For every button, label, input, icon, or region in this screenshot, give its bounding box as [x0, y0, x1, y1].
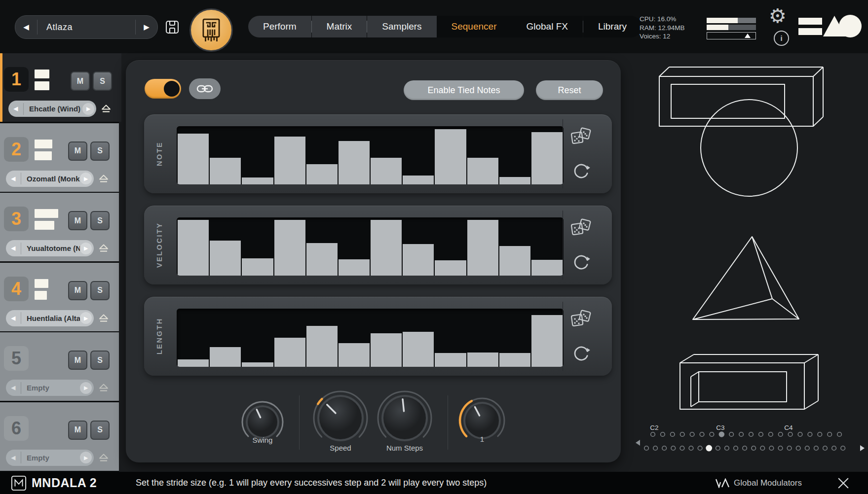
- track-row-5[interactable]: 5MS◀Empty▶: [0, 332, 119, 401]
- step-bar[interactable]: [371, 158, 402, 184]
- dropdown-next-icon[interactable]: ▶: [80, 452, 92, 463]
- sampler-select-dropdown[interactable]: ◀Empty▶: [6, 380, 94, 396]
- knob-speed[interactable]: [311, 389, 370, 449]
- step-bar[interactable]: [242, 258, 273, 276]
- eject-icon[interactable]: [99, 314, 109, 324]
- step-bar[interactable]: [403, 176, 434, 184]
- sampler-select-dropdown[interactable]: ◀Empty▶: [6, 450, 94, 466]
- dropdown-next-icon[interactable]: ▶: [80, 173, 92, 184]
- mute-button[interactable]: M: [68, 141, 87, 161]
- preset-selector[interactable]: ◀ Atlaza ▶: [15, 15, 158, 39]
- info-icon[interactable]: i: [774, 31, 789, 46]
- master-slider[interactable]: [707, 32, 756, 39]
- solo-button[interactable]: S: [93, 71, 112, 91]
- step-bar[interactable]: [306, 326, 338, 367]
- refresh-icon[interactable]: [568, 160, 594, 182]
- step-bar[interactable]: [531, 260, 563, 276]
- length-step-display[interactable]: [177, 309, 564, 367]
- dice-icon[interactable]: [568, 308, 594, 330]
- tab-perform[interactable]: Perform: [248, 16, 311, 37]
- track-row-3[interactable]: 3MS◀Yuualtotome (Nig...▶: [0, 193, 119, 261]
- step-bar[interactable]: [499, 353, 530, 367]
- knob-num-steps[interactable]: [376, 389, 434, 449]
- note-step-display[interactable]: [177, 126, 564, 184]
- step-bar[interactable]: [499, 177, 530, 184]
- solo-button[interactable]: S: [90, 421, 110, 440]
- track-number[interactable]: 3: [4, 207, 29, 231]
- mute-button[interactable]: M: [68, 351, 87, 370]
- eject-icon[interactable]: [99, 454, 109, 464]
- step-bar[interactable]: [306, 164, 338, 184]
- dropdown-prev-icon[interactable]: ◀: [6, 176, 21, 182]
- step-bar[interactable]: [531, 315, 563, 367]
- dice-icon[interactable]: [568, 125, 594, 148]
- step-bar[interactable]: [371, 333, 402, 367]
- tab-matrix[interactable]: Matrix: [312, 16, 367, 37]
- dropdown-next-icon[interactable]: ▶: [80, 382, 92, 394]
- mute-button[interactable]: M: [68, 211, 87, 230]
- mute-button[interactable]: M: [68, 421, 87, 440]
- step-bar[interactable]: [210, 158, 241, 184]
- step-bar[interactable]: [467, 353, 498, 367]
- step-bar[interactable]: [178, 220, 209, 276]
- dropdown-next-icon[interactable]: ▶: [82, 103, 94, 115]
- preset-name[interactable]: Atlaza: [38, 22, 135, 33]
- track-row-4[interactable]: 4MS◀Huentlalia (Altar)▶: [0, 263, 119, 331]
- step-bar[interactable]: [339, 259, 370, 276]
- tiki-mask-logo-button[interactable]: [189, 8, 233, 52]
- crossed-tools-icon[interactable]: [837, 477, 849, 489]
- step-bar[interactable]: [242, 362, 273, 367]
- track-row-2[interactable]: 2MS◀Ozomatl (Monkey)▶: [0, 123, 119, 192]
- step-bar[interactable]: [531, 132, 563, 184]
- step-bar[interactable]: [435, 353, 466, 367]
- track-row-6[interactable]: 6MS◀Empty▶: [0, 402, 119, 471]
- reset-button[interactable]: Reset: [536, 80, 603, 100]
- solo-button[interactable]: S: [90, 141, 110, 161]
- step-bar[interactable]: [178, 359, 209, 367]
- step-bar[interactable]: [371, 220, 402, 276]
- step-bar[interactable]: [339, 141, 370, 185]
- dropdown-prev-icon[interactable]: ◀: [6, 455, 21, 461]
- dropdown-prev-icon[interactable]: ◀: [6, 245, 21, 251]
- step-bar[interactable]: [339, 343, 370, 367]
- step-bar[interactable]: [467, 220, 498, 276]
- tab-library[interactable]: Library: [583, 16, 642, 37]
- preset-prev-icon[interactable]: ◀: [15, 23, 37, 32]
- sampler-select-dropdown[interactable]: ◀Ehcatle (Wind)▶: [8, 101, 96, 117]
- gear-icon[interactable]: ⚙: [769, 6, 787, 26]
- tab-sequencer[interactable]: Sequencer: [437, 16, 512, 37]
- dropdown-next-icon[interactable]: ▶: [80, 312, 92, 324]
- sampler-select-dropdown[interactable]: ◀Huentlalia (Altar)▶: [6, 310, 94, 326]
- mute-button[interactable]: M: [68, 281, 87, 300]
- step-bar[interactable]: [274, 220, 305, 276]
- step-bar[interactable]: [210, 347, 241, 367]
- step-bar[interactable]: [178, 134, 209, 184]
- step-bar[interactable]: [499, 246, 530, 276]
- solo-button[interactable]: S: [90, 351, 110, 370]
- dropdown-prev-icon[interactable]: ◀: [6, 315, 21, 321]
- step-bar[interactable]: [435, 260, 466, 276]
- sampler-select-dropdown[interactable]: ◀Yuualtotome (Nig...▶: [6, 240, 94, 256]
- tab-global-fx[interactable]: Global FX: [511, 16, 582, 37]
- enable-tied-notes-button[interactable]: Enable Tied Notes: [404, 80, 524, 100]
- refresh-icon[interactable]: [568, 251, 594, 274]
- sequencer-power-toggle[interactable]: [145, 79, 181, 99]
- mute-button[interactable]: M: [71, 71, 90, 91]
- step-bar[interactable]: [403, 332, 434, 367]
- step-bar[interactable]: [210, 241, 241, 276]
- step-bar[interactable]: [403, 244, 434, 276]
- link-button[interactable]: [189, 78, 221, 99]
- slider-marker-icon[interactable]: [745, 34, 751, 38]
- track-number[interactable]: 6: [4, 416, 29, 441]
- step-bar[interactable]: [242, 177, 273, 184]
- dice-icon[interactable]: [568, 216, 594, 239]
- velocity-step-display[interactable]: [177, 217, 564, 276]
- toggle-knob[interactable]: [164, 81, 180, 97]
- eject-icon[interactable]: [99, 175, 109, 185]
- dropdown-prev-icon[interactable]: ◀: [8, 106, 23, 112]
- eject-icon[interactable]: [101, 105, 111, 115]
- track-row-1[interactable]: 1MS◀Ehcatle (Wind)▶: [0, 53, 121, 122]
- track-number[interactable]: 2: [4, 137, 29, 162]
- track-number[interactable]: 1: [4, 67, 29, 92]
- global-modulators[interactable]: Global Modulators: [715, 478, 849, 488]
